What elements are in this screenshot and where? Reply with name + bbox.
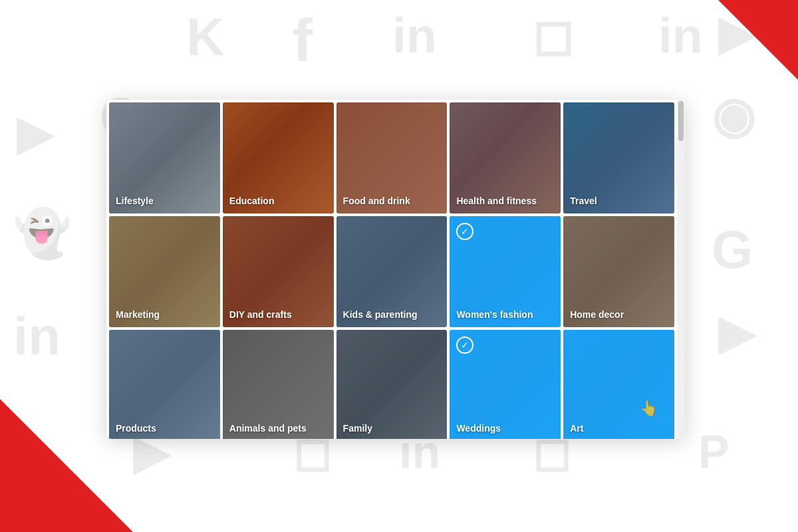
tile-diy[interactable]: DIY and crafts xyxy=(223,216,334,327)
tile-education[interactable]: Education xyxy=(223,102,334,213)
background: ▶ f in ◻ in G ▶ 👻 G in ▶ ▶ ◻ in ◻ P K ◉ xyxy=(0,0,798,532)
tile-family-label: Family xyxy=(343,423,372,434)
linkedin-icon-3: in xyxy=(13,306,61,367)
kik-icon: K xyxy=(186,7,225,68)
tile-kids[interactable]: Kids & parenting xyxy=(336,216,448,327)
tile-art-label: Art xyxy=(570,423,583,434)
tile-health-label: Health and fitness xyxy=(456,196,537,207)
tile-weddings-label: Weddings xyxy=(456,423,501,434)
reddit-icon: ◉ xyxy=(712,86,755,145)
category-panel: Lifestyle Education Food and drink Healt… xyxy=(106,100,685,439)
facebook-icon: f xyxy=(293,7,313,75)
tile-food[interactable]: Food and drink xyxy=(336,102,448,213)
tile-education-label: Education xyxy=(229,196,275,207)
category-grid: Lifestyle Education Food and drink Healt… xyxy=(106,100,677,439)
tile-products[interactable]: Products xyxy=(109,330,220,439)
tile-food-label: Food and drink xyxy=(343,196,410,207)
linkedin-icon-1: in xyxy=(392,7,437,64)
tile-women-label: Women's fashion xyxy=(456,309,533,321)
scrollbar[interactable] xyxy=(677,100,685,439)
tile-marketing[interactable]: Marketing xyxy=(109,216,220,327)
check-icon-2: ✓ xyxy=(461,340,469,350)
tile-diy-label: DIY and crafts xyxy=(229,309,292,321)
tile-weddings[interactable]: ✓ Weddings xyxy=(450,330,561,439)
youtube-icon-1: ▶ xyxy=(17,106,53,161)
tile-travel[interactable]: Travel xyxy=(563,102,674,213)
linkedin-icon-2: in xyxy=(658,7,703,64)
tile-women[interactable]: ✓ Women's fashion xyxy=(450,216,561,327)
tile-art[interactable]: Art 👆 xyxy=(563,330,674,439)
tile-animals-label: Animals and pets xyxy=(229,423,307,434)
google-icon-2: G xyxy=(712,219,753,281)
tile-animals[interactable]: Animals and pets xyxy=(223,330,334,439)
cursor-pointer-indicator: 👆 xyxy=(640,400,658,417)
tile-marketing-label: Marketing xyxy=(116,309,160,321)
tile-lifestyle[interactable]: Lifestyle xyxy=(109,102,220,213)
tile-homedecor[interactable]: Home decor xyxy=(563,216,674,327)
tile-homedecor-label: Home decor xyxy=(570,309,624,321)
check-icon: ✓ xyxy=(461,226,469,237)
instagram-icon-1: ◻ xyxy=(532,7,573,65)
snapchat-icon: 👻 xyxy=(13,206,71,261)
tile-weddings-checkmark: ✓ xyxy=(456,336,473,354)
youtube-icon-3: ▶ xyxy=(718,306,754,360)
tile-lifestyle-label: Lifestyle xyxy=(116,196,154,207)
scrollbar-thumb[interactable] xyxy=(678,101,684,141)
tile-health[interactable]: Health and fitness xyxy=(450,102,561,213)
tile-products-label: Products xyxy=(116,423,156,434)
tile-kids-label: Kids & parenting xyxy=(343,309,418,321)
pinterest-icon: P xyxy=(698,426,730,479)
tile-travel-label: Travel xyxy=(570,196,597,207)
tile-family[interactable]: Family xyxy=(336,330,448,439)
